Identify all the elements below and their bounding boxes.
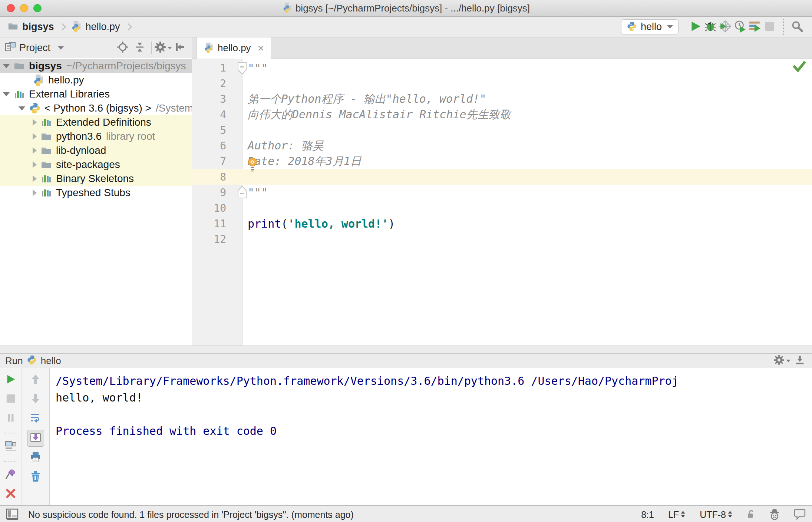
- window-controls: [7, 4, 42, 12]
- collapse-all-button[interactable]: [133, 41, 147, 55]
- folder-icon: [7, 21, 19, 33]
- close-window-button[interactable]: [7, 4, 15, 12]
- tool-window-switcher-icon[interactable]: [6, 508, 19, 522]
- editor-line-1: 1""": [192, 60, 812, 76]
- titlebar: bigsys [~/PycharmProjects/bigsys] - .../…: [0, 0, 812, 17]
- restore-layout-button[interactable]: [3, 439, 19, 455]
- gear-icon: [773, 354, 785, 367]
- soft-wrap-button[interactable]: [27, 410, 44, 427]
- tab-hello-py[interactable]: hello.py ×: [197, 37, 271, 59]
- tree-item-lib-dynload[interactable]: lib-dynload: [0, 143, 192, 158]
- zoom-window-button[interactable]: [33, 4, 42, 12]
- hector-inspector-icon: [768, 508, 781, 522]
- run-configuration-selector[interactable]: hello: [621, 19, 679, 35]
- editor-tab-bar: hello.py ×: [192, 37, 812, 59]
- clear-all-button[interactable]: [27, 469, 44, 485]
- locate-file-button[interactable]: [116, 41, 130, 55]
- python-file-icon: [71, 21, 82, 33]
- tree-item-site-packages[interactable]: site-packages: [0, 158, 192, 172]
- tree-item-python-3.6-bigsys[interactable]: < Python 3.6 (bigsys) >/System: [0, 101, 192, 115]
- concurrency-diagram-button[interactable]: [747, 19, 762, 35]
- project-panel-title[interactable]: Project: [19, 42, 50, 54]
- search-icon: [791, 20, 803, 34]
- tree-item-extended-definitions[interactable]: Extended Definitions: [0, 115, 192, 129]
- hector-inspector-widget[interactable]: [768, 508, 781, 522]
- close-run-tab-button[interactable]: [3, 486, 19, 502]
- tree-item-binary-skeletons[interactable]: Binary Skeletons: [0, 172, 192, 186]
- tree-expanded-icon[interactable]: [19, 106, 25, 110]
- project-panel-header: Project: [0, 37, 192, 58]
- run-panel-settings-button[interactable]: [775, 354, 789, 368]
- caret-position-widget[interactable]: 8:1: [641, 509, 654, 520]
- breadcrumb-project[interactable]: bigsys: [22, 21, 54, 33]
- console-line: hello, world!: [56, 389, 812, 406]
- tree-collapsed-icon[interactable]: [33, 133, 37, 140]
- event-log-widget[interactable]: [793, 508, 806, 522]
- library-icon: [13, 88, 25, 100]
- tree-collapsed-icon[interactable]: [33, 175, 37, 182]
- editor-line-11: 11print('hello, world!'): [192, 216, 812, 231]
- rerun-button[interactable]: [3, 372, 19, 388]
- search-everywhere-button[interactable]: [790, 19, 805, 35]
- tree-collapsed-icon[interactable]: [33, 147, 37, 154]
- run-with-coverage-button[interactable]: [718, 19, 733, 35]
- editor-line-9: 9""": [192, 185, 812, 200]
- tree-item-label: External Libraries: [29, 88, 110, 100]
- debug-button[interactable]: [703, 19, 718, 35]
- run-console-output[interactable]: /System/Library/Frameworks/Python.framew…: [50, 368, 812, 505]
- pin-tab-button[interactable]: [3, 467, 19, 483]
- tree-expanded-icon[interactable]: [3, 64, 10, 68]
- tab-close-icon[interactable]: ×: [258, 43, 264, 54]
- line-number: 2: [192, 77, 226, 90]
- tree-item-external-libraries[interactable]: External Libraries: [0, 87, 192, 101]
- tree-item-hint: /System: [156, 102, 192, 114]
- breadcrumb-file[interactable]: hello.py: [86, 21, 120, 33]
- minimize-window-button[interactable]: [20, 4, 28, 12]
- run-tool-window-header: Run hello: [0, 353, 812, 368]
- lock-icon: [745, 509, 756, 521]
- line-code: Author: 骆昊: [248, 138, 324, 153]
- line-number: 1: [192, 62, 226, 74]
- down-stack-trace-button[interactable]: [27, 391, 44, 407]
- fold-region-start-marker[interactable]: [236, 62, 248, 75]
- tree-item-typeshed-stubs[interactable]: Typeshed Stubs: [0, 186, 192, 200]
- tree-item-python3.6[interactable]: python3.6library root: [0, 129, 192, 143]
- tree-item-hello.py[interactable]: hello.py: [0, 73, 192, 87]
- collapse-all-icon: [134, 41, 146, 54]
- line-code: """: [248, 62, 268, 75]
- tree-collapsed-icon[interactable]: [33, 119, 37, 126]
- lock-widget[interactable]: [745, 509, 756, 521]
- line-number: 9: [192, 186, 226, 199]
- pause-output-button[interactable]: [3, 410, 19, 427]
- hide-run-panel-button[interactable]: [793, 354, 807, 368]
- stop-process-button[interactable]: [3, 391, 19, 407]
- tree-expanded-icon[interactable]: [3, 92, 10, 96]
- editor-run-splitter[interactable]: [0, 346, 812, 353]
- layout-icon: [5, 440, 17, 453]
- line-code: Date: 2018年3月1日: [248, 154, 362, 169]
- tree-collapsed-icon[interactable]: [33, 161, 37, 168]
- run-button[interactable]: [688, 19, 703, 35]
- line-number: 5: [192, 124, 226, 136]
- tree-collapsed-icon[interactable]: [33, 189, 37, 196]
- up-stack-trace-button[interactable]: [27, 372, 44, 388]
- panel-settings-button[interactable]: [156, 41, 170, 55]
- print-button[interactable]: [27, 450, 44, 466]
- project-tree[interactable]: bigsys~/PycharmProjects/bigsyshello.pyEx…: [0, 58, 192, 346]
- inspection-ok-icon[interactable]: [793, 61, 806, 74]
- scroll-to-end-button[interactable]: [27, 430, 44, 447]
- stop-button[interactable]: [762, 19, 777, 35]
- printer-icon: [30, 451, 42, 465]
- profile-button[interactable]: [733, 19, 747, 35]
- hide-panel-button[interactable]: [173, 41, 187, 55]
- line-separator-widget[interactable]: LF: [668, 509, 686, 520]
- tree-item-bigsys[interactable]: bigsys~/PycharmProjects/bigsys: [0, 59, 192, 73]
- editor-line-2: 2: [192, 76, 812, 91]
- encoding-widget[interactable]: UTF-8: [700, 509, 733, 520]
- folder-icon: [40, 145, 52, 156]
- intention-bulb-icon[interactable]: [246, 157, 259, 174]
- code-editor[interactable]: 1"""23第一个Python程序 - 输出"hello, world!"4向伟…: [192, 59, 812, 346]
- editor-line-10: 10: [192, 200, 812, 216]
- hide-left-icon: [174, 41, 186, 54]
- fold-region-end-marker[interactable]: [236, 185, 248, 199]
